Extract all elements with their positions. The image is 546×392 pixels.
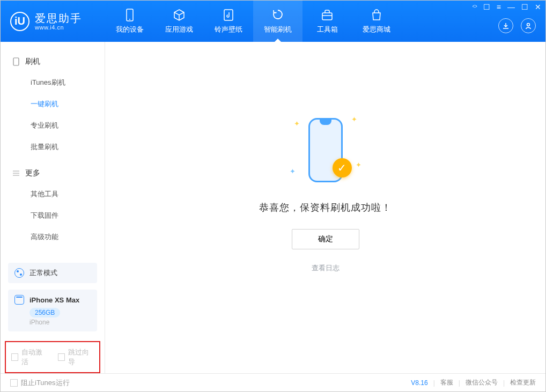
- window-controls: ⌔ ☐ ≡ — ☐ ✕: [473, 3, 541, 11]
- shirt-icon[interactable]: ⌔: [473, 3, 477, 11]
- sidebar-item-itunes-flash[interactable]: iTunes刷机: [1, 72, 105, 93]
- mode-icon: [14, 268, 24, 278]
- device-icon: [14, 295, 24, 305]
- confirm-button[interactable]: 确定: [292, 229, 359, 249]
- main-content: ✦ ✦ ✦ ✦ ✓ 恭喜您，保资料刷机成功啦！ 确定 查看日志: [105, 42, 545, 373]
- version-label: V8.16: [411, 379, 427, 387]
- nav-ringtone[interactable]: 铃声壁纸: [204, 1, 253, 42]
- phone-icon: [123, 9, 136, 21]
- download-icon[interactable]: [498, 18, 513, 33]
- storage-badge: 256GB: [29, 308, 60, 317]
- music-file-icon: [222, 9, 235, 21]
- sidebar-item-batch-flash[interactable]: 批量刷机: [1, 136, 105, 158]
- options-highlight-box: 自动激活 跳过向导: [5, 341, 100, 373]
- svg-rect-2: [224, 10, 233, 20]
- device-type: iPhone: [29, 319, 91, 326]
- app-window: iU 爱思助手 www.i4.cn 我的设备 应用游戏 铃声壁纸 智能刷机: [0, 0, 546, 392]
- app-name: 爱思助手: [35, 12, 82, 24]
- sparkle-icon: ✦: [356, 161, 361, 169]
- statusbar: 阻止iTunes运行 V8.16 | 客服 | 微信公众号 | 检查更新: [1, 373, 545, 391]
- sparkle-icon: ✦: [294, 120, 300, 128]
- sidebar-bottom: 正常模式 iPhone XS Max 256GB iPhone: [1, 263, 105, 337]
- bag-icon: [370, 9, 383, 21]
- sidebar-item-pro-flash[interactable]: 专业刷机: [1, 115, 105, 136]
- wechat-link[interactable]: 微信公众号: [466, 378, 498, 387]
- check-update-link[interactable]: 检查更新: [510, 378, 536, 387]
- main-nav: 我的设备 应用游戏 铃声壁纸 智能刷机 工具箱 爱思商城: [105, 1, 401, 42]
- sidebar-item-advanced[interactable]: 高级功能: [1, 226, 105, 248]
- svg-point-4: [527, 24, 530, 26]
- checkbox-skip-guide[interactable]: 跳过向导: [58, 347, 94, 367]
- sidebar-item-oneclick-flash[interactable]: 一键刷机: [1, 93, 105, 115]
- sparkle-icon: ✦: [351, 115, 357, 123]
- sidebar-list: 刷机 iTunes刷机 一键刷机 专业刷机 批量刷机 更多 其他工具 下载固件 …: [1, 42, 105, 263]
- refresh-shield-icon: [271, 9, 284, 21]
- nav-store[interactable]: 爱思商城: [352, 1, 401, 42]
- body: 刷机 iTunes刷机 一键刷机 专业刷机 批量刷机 更多 其他工具 下载固件 …: [1, 42, 545, 373]
- sparkle-icon: ✦: [290, 167, 296, 175]
- svg-rect-5: [13, 58, 19, 65]
- logo-icon: iU: [10, 12, 29, 31]
- header-right-icons: [498, 18, 536, 33]
- success-message: 恭喜您，保资料刷机成功啦！: [259, 201, 392, 214]
- checkbox-icon: [58, 353, 65, 361]
- user-icon[interactable]: [521, 18, 536, 33]
- logo: iU 爱思助手 www.i4.cn: [1, 1, 105, 42]
- nav-flash[interactable]: 智能刷机: [253, 1, 302, 42]
- lock-icon[interactable]: ☐: [483, 3, 490, 11]
- menu-icon[interactable]: ≡: [497, 3, 501, 11]
- toolbox-icon: [321, 9, 334, 21]
- app-url: www.i4.cn: [35, 24, 82, 31]
- nav-my-device[interactable]: 我的设备: [105, 1, 154, 42]
- support-link[interactable]: 客服: [440, 378, 453, 387]
- cube-icon: [173, 9, 186, 21]
- sidebar-section-more: 更多: [1, 163, 105, 183]
- checkbox-block-itunes[interactable]: 阻止iTunes运行: [10, 378, 70, 388]
- sidebar: 刷机 iTunes刷机 一键刷机 专业刷机 批量刷机 更多 其他工具 下载固件 …: [1, 42, 105, 373]
- device-outline-icon: [12, 58, 20, 65]
- close-button[interactable]: ✕: [535, 3, 541, 11]
- success-check-icon: ✓: [333, 158, 352, 177]
- device-card[interactable]: iPhone XS Max 256GB iPhone: [8, 290, 97, 331]
- svg-rect-3: [322, 13, 332, 20]
- svg-point-1: [129, 19, 130, 20]
- checkbox-auto-activate[interactable]: 自动激活: [11, 347, 47, 367]
- checkbox-icon: [11, 353, 18, 361]
- minimize-button[interactable]: —: [507, 3, 515, 11]
- list-icon: [12, 169, 20, 177]
- view-log-link[interactable]: 查看日志: [312, 263, 340, 273]
- sidebar-item-other-tools[interactable]: 其他工具: [1, 183, 105, 205]
- maximize-button[interactable]: ☐: [521, 3, 528, 11]
- mode-card[interactable]: 正常模式: [8, 263, 97, 283]
- titlebar: iU 爱思助手 www.i4.cn 我的设备 应用游戏 铃声壁纸 智能刷机: [1, 1, 545, 42]
- mode-label: 正常模式: [29, 268, 57, 278]
- nav-toolbox[interactable]: 工具箱: [302, 1, 352, 42]
- checkbox-icon: [10, 379, 18, 387]
- sidebar-item-download-firmware[interactable]: 下载固件: [1, 205, 105, 226]
- device-name: iPhone XS Max: [29, 296, 79, 304]
- sidebar-section-flash: 刷机: [1, 51, 105, 72]
- success-illustration: ✦ ✦ ✦ ✦ ✓: [280, 110, 371, 190]
- nav-apps[interactable]: 应用游戏: [154, 1, 204, 42]
